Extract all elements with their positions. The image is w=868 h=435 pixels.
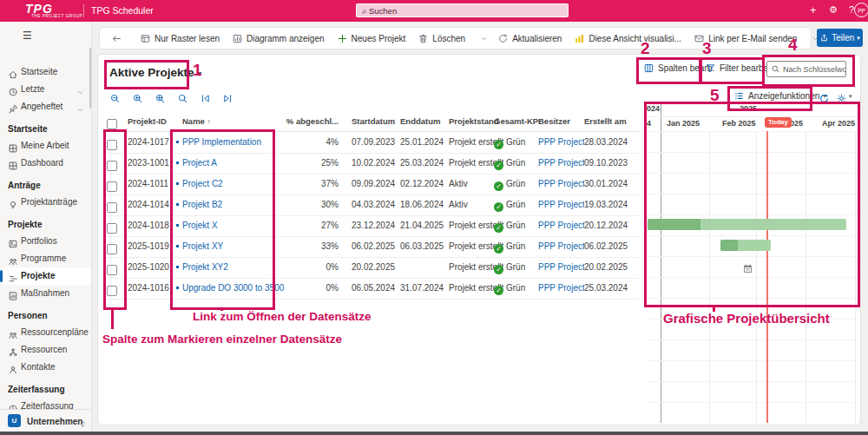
user-avatar[interactable]: PP [854, 3, 868, 17]
sidebar-item-ressourcen[interactable]: Ressourcen [0, 341, 91, 359]
cell-gesamt-kpi: ✓Grün [494, 215, 525, 236]
read-grid-only-button[interactable]: Nur Raster lesen [140, 33, 220, 44]
project-link[interactable]: Project C2 [182, 174, 223, 194]
sidebar-item-label: Angeheftet [21, 102, 62, 111]
select-all-checkbox[interactable] [107, 119, 117, 129]
owner-link[interactable]: PPP Project Ma [538, 153, 584, 174]
sidebar-item-letzte[interactable]: Letzte [0, 81, 91, 98]
record-bullet-icon [176, 245, 179, 247]
project-link[interactable]: PPP Implementation [182, 132, 261, 153]
gantt-row-line [648, 381, 858, 382]
row-checkbox[interactable] [107, 140, 117, 150]
row-checkbox[interactable] [107, 244, 117, 254]
view-selector[interactable]: Aktive Projekte ▾ [109, 66, 201, 79]
owner-link[interactable]: PPP Project Ma [538, 236, 584, 257]
gantt-bar-projekt-x[interactable] [648, 219, 846, 230]
project-link[interactable]: Projekt B2 [182, 194, 222, 215]
global-search-input[interactable]: ⌕ Suchen [356, 3, 569, 17]
delete-button[interactable]: Löschen [418, 33, 465, 44]
cell-gesamt-kpi: ✓Grün [494, 257, 525, 278]
sidebar-item-label: Ressourcen [21, 345, 67, 354]
zoom-out-icon[interactable] [109, 90, 121, 106]
gantt-milestone-calendar-icon[interactable] [742, 260, 753, 276]
skip-to-start-icon[interactable] [200, 90, 211, 106]
environment-updown-icon[interactable] [78, 416, 88, 432]
filter-icon [705, 63, 716, 74]
project-link[interactable]: Projekt XY2 [182, 257, 228, 278]
sidebar-item-label: Ressourcenpläne [21, 327, 89, 337]
gantt-bar-projekt-xy[interactable] [720, 240, 771, 251]
cell-pct: 27% [273, 215, 339, 236]
row-checkbox[interactable] [107, 161, 117, 171]
owner-link[interactable]: PPP Project Ma [538, 132, 584, 153]
project-link[interactable]: Project A [182, 153, 217, 174]
sidebar-item-portfolios[interactable]: Portfolios [0, 233, 91, 250]
sidebar-item-ma-nahmen[interactable]: Maßnahmen [0, 285, 91, 302]
new-icon[interactable]: + [810, 3, 817, 16]
zoom-fit-icon[interactable] [155, 90, 166, 106]
row-checkbox[interactable] [107, 202, 117, 213]
project-link[interactable]: Projekt X [182, 215, 218, 236]
project-link[interactable]: Projekt XY [182, 236, 223, 257]
cell-startdatum: 06.05.2024 [352, 278, 395, 299]
refresh-icon [497, 33, 509, 44]
table-row: 2025-1020Projekt XY20%20.02.2025Projekt … [99, 257, 639, 278]
sidebar-item-ressourcenpl-ne[interactable]: Ressourcenpläne [0, 324, 91, 341]
timeline-month-label: Feb 2025 [722, 119, 756, 128]
display-options-button[interactable]: Anzeigefunktionen ▾ [733, 90, 826, 102]
header-pct[interactable]: % abgeschl... [273, 111, 339, 132]
show-chart-button[interactable]: Diagramm anzeigen [232, 33, 325, 44]
zoom-in-icon[interactable] [132, 90, 143, 106]
header-enddatum[interactable]: Enddatum [400, 111, 440, 132]
header-startdatum[interactable]: Startdatum [352, 111, 395, 132]
hamburger-menu-icon[interactable]: ☰ [23, 30, 32, 42]
waffle-icon[interactable] [7, 5, 18, 16]
cell-enddatum: 31.07.2024 [400, 278, 444, 299]
header-projektstand[interactable]: Projektstand [449, 111, 499, 132]
row-checkbox[interactable] [107, 223, 117, 234]
sidebar-scrollbar[interactable] [89, 48, 91, 109]
zoom-search-icon[interactable] [177, 90, 188, 106]
back-button[interactable] [111, 33, 122, 44]
skip-to-end-icon[interactable] [222, 90, 233, 106]
more-commands-chevron[interactable] [480, 34, 488, 43]
sidebar-item-projektantr-ge[interactable]: Projektanträge [0, 194, 91, 211]
view-selector-chevron-icon: ▾ [197, 69, 201, 78]
sidebar-item-label: Projekte [21, 271, 55, 280]
visualize-view-button[interactable]: Diese Ansicht visualisi... [574, 33, 681, 44]
sidebar-item-programme[interactable]: Programme [0, 250, 91, 267]
row-checkbox[interactable] [107, 181, 117, 192]
new-project-button[interactable]: Neues Projekt [337, 33, 406, 44]
email-link-button[interactable]: Link per E-Mail senden [694, 33, 797, 44]
owner-link[interactable]: PPP Project Ma [538, 257, 584, 278]
owner-link[interactable]: PPP Project Ma [538, 174, 584, 194]
back-icon [111, 33, 122, 44]
header-projekt-id[interactable]: Projekt-ID [128, 111, 167, 132]
row-checkbox[interactable] [107, 265, 117, 275]
sidebar-item-kontakte[interactable]: Kontakte [0, 359, 91, 376]
refresh-button[interactable]: Aktualisieren [497, 33, 562, 44]
row-checkbox[interactable] [107, 286, 117, 296]
settings-gear-icon[interactable]: ⚙ [829, 4, 838, 16]
cell-enddatum: 21.04.2025 [400, 215, 444, 236]
sidebar-item-meine-arbeit[interactable]: Meine Arbeit [0, 137, 91, 155]
share-button[interactable]: Teilen ▾ [817, 29, 863, 47]
owner-link[interactable]: PPP Project Ma [538, 194, 584, 215]
timeline-tier-divider [648, 116, 858, 117]
header-gesamt-kpi[interactable]: Gesamt-KPI [494, 111, 541, 132]
owner-link[interactable]: PPP Project Ma [538, 278, 584, 299]
owner-link[interactable]: PPP Project Ma [538, 215, 584, 236]
edit-columns-button[interactable]: Spalten bearb. [643, 63, 714, 74]
sidebar-item-startseite[interactable]: Startseite [0, 63, 91, 81]
keyword-filter-input[interactable]: Nach Schlüsselwort fi... [766, 61, 846, 77]
bulb-icon [8, 196, 18, 214]
header-erstellt-am[interactable]: Erstellt am [584, 111, 627, 132]
project-link[interactable]: Upgrade DO 3000 to 3500 [182, 278, 284, 299]
sidebar-item-label: Programme [21, 254, 66, 263]
sidebar-item-projekte[interactable]: Projekte [0, 267, 91, 285]
header-besitzer[interactable]: Besitzer [538, 111, 584, 132]
header-name[interactable]: Name ↑ [182, 111, 211, 132]
gantt-settings-chevron-icon[interactable]: ▾ [849, 93, 852, 100]
sidebar-item-dashboard[interactable]: Dashboard [0, 155, 91, 172]
sidebar-item-angeheftet[interactable]: Angeheftet [0, 98, 91, 115]
